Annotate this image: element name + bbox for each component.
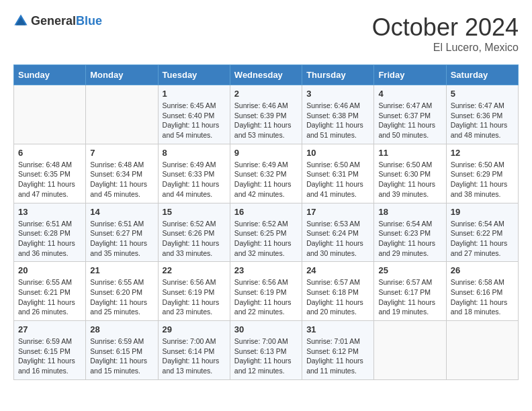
day-number: 6 — [18, 148, 81, 158]
calendar-cell: 22Sunrise: 6:56 AM Sunset: 6:19 PM Dayli… — [158, 262, 230, 321]
calendar-cell — [14, 85, 86, 144]
day-info: Sunrise: 6:47 AM Sunset: 6:37 PM Dayligh… — [378, 101, 441, 140]
day-info: Sunrise: 6:57 AM Sunset: 6:17 PM Dayligh… — [378, 277, 441, 317]
page-header: GeneralBlue October 2024 El Lucero, Mexi… — [13, 13, 519, 54]
calendar-cell: 30Sunrise: 7:00 AM Sunset: 6:13 PM Dayli… — [230, 321, 302, 380]
calendar-cell: 26Sunrise: 6:58 AM Sunset: 6:16 PM Dayli… — [446, 262, 518, 321]
calendar-cell: 3Sunrise: 6:46 AM Sunset: 6:38 PM Daylig… — [302, 85, 374, 144]
calendar-week-row: 1Sunrise: 6:45 AM Sunset: 6:40 PM Daylig… — [14, 85, 519, 144]
calendar-cell: 29Sunrise: 7:00 AM Sunset: 6:14 PM Dayli… — [158, 321, 230, 380]
day-info: Sunrise: 6:52 AM Sunset: 6:26 PM Dayligh… — [163, 219, 226, 259]
month-title: October 2024 — [372, 13, 519, 42]
calendar-cell: 28Sunrise: 6:59 AM Sunset: 6:15 PM Dayli… — [86, 321, 158, 380]
calendar-week-row: 27Sunrise: 6:59 AM Sunset: 6:15 PM Dayli… — [14, 321, 519, 380]
day-number: 29 — [163, 324, 226, 334]
day-number: 2 — [234, 89, 298, 99]
calendar-cell: 6Sunrise: 6:48 AM Sunset: 6:35 PM Daylig… — [14, 144, 86, 203]
day-info: Sunrise: 6:59 AM Sunset: 6:15 PM Dayligh… — [18, 336, 81, 376]
calendar-cell — [374, 321, 446, 380]
day-info: Sunrise: 6:50 AM Sunset: 6:31 PM Dayligh… — [306, 160, 369, 199]
calendar-week-row: 6Sunrise: 6:48 AM Sunset: 6:35 PM Daylig… — [14, 144, 519, 203]
logo-icon — [13, 13, 28, 28]
calendar-cell: 9Sunrise: 6:49 AM Sunset: 6:32 PM Daylig… — [230, 144, 302, 203]
day-info: Sunrise: 6:58 AM Sunset: 6:16 PM Dayligh… — [451, 277, 514, 317]
calendar-cell: 16Sunrise: 6:52 AM Sunset: 6:25 PM Dayli… — [230, 203, 302, 262]
day-info: Sunrise: 6:52 AM Sunset: 6:25 PM Dayligh… — [234, 219, 298, 259]
calendar-cell: 20Sunrise: 6:55 AM Sunset: 6:21 PM Dayli… — [14, 262, 86, 321]
calendar-cell — [446, 321, 518, 380]
calendar-cell — [86, 85, 158, 144]
day-number: 26 — [451, 265, 514, 275]
day-number: 21 — [90, 265, 153, 275]
day-info: Sunrise: 7:01 AM Sunset: 6:12 PM Dayligh… — [306, 336, 369, 376]
calendar-cell: 10Sunrise: 6:50 AM Sunset: 6:31 PM Dayli… — [302, 144, 374, 203]
day-info: Sunrise: 6:53 AM Sunset: 6:24 PM Dayligh… — [306, 219, 369, 259]
day-number: 9 — [234, 148, 298, 158]
calendar-cell: 2Sunrise: 6:46 AM Sunset: 6:39 PM Daylig… — [230, 85, 302, 144]
calendar-cell: 21Sunrise: 6:55 AM Sunset: 6:20 PM Dayli… — [86, 262, 158, 321]
day-info: Sunrise: 6:56 AM Sunset: 6:19 PM Dayligh… — [234, 277, 298, 317]
calendar-cell: 5Sunrise: 6:47 AM Sunset: 6:36 PM Daylig… — [446, 85, 518, 144]
weekday-header-sunday: Sunday — [14, 65, 86, 85]
day-info: Sunrise: 6:51 AM Sunset: 6:27 PM Dayligh… — [90, 219, 153, 259]
calendar-cell: 12Sunrise: 6:50 AM Sunset: 6:29 PM Dayli… — [446, 144, 518, 203]
day-number: 3 — [306, 89, 369, 99]
day-info: Sunrise: 6:51 AM Sunset: 6:28 PM Dayligh… — [18, 219, 81, 259]
day-number: 16 — [234, 207, 298, 217]
day-info: Sunrise: 6:54 AM Sunset: 6:22 PM Dayligh… — [451, 219, 514, 259]
day-number: 5 — [451, 89, 514, 99]
day-info: Sunrise: 6:46 AM Sunset: 6:38 PM Dayligh… — [306, 101, 369, 140]
weekday-header-row: SundayMondayTuesdayWednesdayThursdayFrid… — [14, 65, 519, 85]
calendar-cell: 14Sunrise: 6:51 AM Sunset: 6:27 PM Dayli… — [86, 203, 158, 262]
day-info: Sunrise: 6:57 AM Sunset: 6:18 PM Dayligh… — [306, 277, 369, 317]
calendar-cell: 11Sunrise: 6:50 AM Sunset: 6:30 PM Dayli… — [374, 144, 446, 203]
calendar-week-row: 20Sunrise: 6:55 AM Sunset: 6:21 PM Dayli… — [14, 262, 519, 321]
calendar-cell: 23Sunrise: 6:56 AM Sunset: 6:19 PM Dayli… — [230, 262, 302, 321]
day-number: 18 — [378, 207, 441, 217]
day-number: 19 — [451, 207, 514, 217]
day-number: 13 — [18, 207, 81, 217]
day-number: 8 — [163, 148, 226, 158]
calendar-cell: 18Sunrise: 6:54 AM Sunset: 6:23 PM Dayli… — [374, 203, 446, 262]
day-info: Sunrise: 6:49 AM Sunset: 6:32 PM Dayligh… — [234, 160, 298, 199]
day-number: 23 — [234, 265, 298, 275]
day-number: 30 — [234, 324, 298, 334]
logo-text-blue: Blue — [76, 14, 102, 28]
day-info: Sunrise: 6:50 AM Sunset: 6:29 PM Dayligh… — [451, 160, 514, 199]
day-info: Sunrise: 6:49 AM Sunset: 6:33 PM Dayligh… — [163, 160, 226, 199]
calendar-cell: 4Sunrise: 6:47 AM Sunset: 6:37 PM Daylig… — [374, 85, 446, 144]
day-number: 12 — [451, 148, 514, 158]
day-info: Sunrise: 6:54 AM Sunset: 6:23 PM Dayligh… — [378, 219, 441, 259]
calendar-cell: 19Sunrise: 6:54 AM Sunset: 6:22 PM Dayli… — [446, 203, 518, 262]
calendar-cell: 13Sunrise: 6:51 AM Sunset: 6:28 PM Dayli… — [14, 203, 86, 262]
weekday-header-wednesday: Wednesday — [230, 65, 302, 85]
day-number: 17 — [306, 207, 369, 217]
day-info: Sunrise: 6:46 AM Sunset: 6:39 PM Dayligh… — [234, 101, 298, 140]
day-info: Sunrise: 6:48 AM Sunset: 6:35 PM Dayligh… — [18, 160, 81, 199]
day-number: 31 — [306, 324, 369, 334]
day-number: 20 — [18, 265, 81, 275]
day-info: Sunrise: 6:56 AM Sunset: 6:19 PM Dayligh… — [163, 277, 226, 317]
day-number: 22 — [163, 265, 226, 275]
weekday-header-saturday: Saturday — [446, 65, 518, 85]
day-info: Sunrise: 6:59 AM Sunset: 6:15 PM Dayligh… — [90, 336, 153, 376]
day-number: 4 — [378, 89, 441, 99]
weekday-header-tuesday: Tuesday — [158, 65, 230, 85]
day-info: Sunrise: 6:47 AM Sunset: 6:36 PM Dayligh… — [451, 101, 514, 140]
logo: GeneralBlue — [13, 13, 102, 28]
calendar-cell: 27Sunrise: 6:59 AM Sunset: 6:15 PM Dayli… — [14, 321, 86, 380]
calendar-cell: 31Sunrise: 7:01 AM Sunset: 6:12 PM Dayli… — [302, 321, 374, 380]
day-info: Sunrise: 6:55 AM Sunset: 6:20 PM Dayligh… — [90, 277, 153, 317]
weekday-header-monday: Monday — [86, 65, 158, 85]
day-number: 25 — [378, 265, 441, 275]
day-number: 15 — [163, 207, 226, 217]
calendar-week-row: 13Sunrise: 6:51 AM Sunset: 6:28 PM Dayli… — [14, 203, 519, 262]
calendar-body: 1Sunrise: 6:45 AM Sunset: 6:40 PM Daylig… — [14, 85, 519, 380]
day-info: Sunrise: 6:50 AM Sunset: 6:30 PM Dayligh… — [378, 160, 441, 199]
calendar-cell: 24Sunrise: 6:57 AM Sunset: 6:18 PM Dayli… — [302, 262, 374, 321]
weekday-header-friday: Friday — [374, 65, 446, 85]
calendar-table: SundayMondayTuesdayWednesdayThursdayFrid… — [13, 64, 519, 380]
calendar-cell: 15Sunrise: 6:52 AM Sunset: 6:26 PM Dayli… — [158, 203, 230, 262]
day-number: 11 — [378, 148, 441, 158]
day-number: 28 — [90, 324, 153, 334]
